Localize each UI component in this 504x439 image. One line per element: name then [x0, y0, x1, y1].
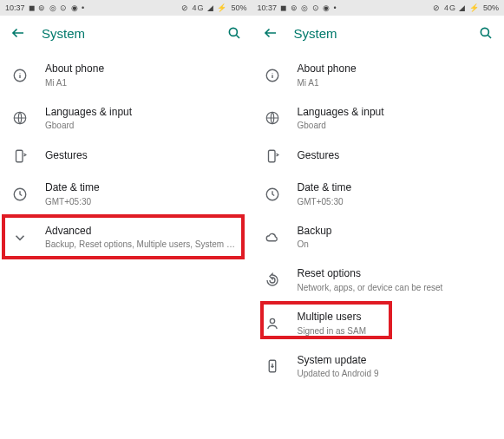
row-title: Reset options [298, 267, 493, 281]
svg-rect-8 [268, 150, 275, 162]
clock-icon [265, 187, 280, 202]
globe-icon [12, 110, 28, 126]
update-icon [265, 358, 280, 374]
row-subtitle: Mi A1 [45, 77, 240, 88]
back-icon[interactable] [10, 25, 26, 41]
row-advanced[interactable]: Advanced Backup, Reset options, Multiple… [0, 216, 252, 259]
status-time: 10:37 [5, 3, 25, 12]
row-subtitle: Network, apps, or device can be reset [298, 282, 493, 293]
row-title: System update [298, 354, 493, 368]
row-multiple-users[interactable]: Multiple users Signed in as SAM [252, 302, 505, 345]
row-gestures[interactable]: Gestures [252, 140, 505, 173]
row-title: Backup [298, 225, 493, 239]
row-subtitle: Gboard [45, 120, 240, 131]
search-icon[interactable] [478, 25, 494, 41]
status-signal-icons: ⊘ 4G ◢ ⚡ [433, 3, 480, 12]
row-languages[interactable]: Languages & input Gboard [252, 97, 505, 141]
row-backup[interactable]: Backup On [252, 216, 505, 259]
screen-right: 10:37 ◼ ⊚ ◎ ⊙ ◉ • ⊘ 4G ◢ ⚡ 50% System Ab… [252, 0, 505, 439]
settings-list: About phone Mi A1 Languages & input Gboa… [0, 50, 252, 262]
row-date-time[interactable]: Date & time GMT+05:30 [252, 173, 505, 216]
status-notif-icons: ◼ ⊚ ◎ ⊙ ◉ • [280, 3, 337, 12]
row-title: Languages & input [298, 106, 493, 120]
back-icon[interactable] [263, 25, 278, 41]
row-title: Date & time [45, 181, 240, 195]
row-reset[interactable]: Reset options Network, apps, or device c… [252, 259, 505, 302]
gesture-icon [12, 148, 28, 164]
settings-list: About phone Mi A1 Languages & input Gboa… [252, 50, 505, 391]
status-notif-icons: ◼ ⊚ ◎ ⊙ ◉ • [29, 3, 86, 12]
row-system-update[interactable]: System update Updated to Android 9 [252, 345, 505, 389]
info-icon [12, 68, 28, 83]
status-bar: 10:37 ◼ ⊚ ◎ ⊙ ◉ • ⊘ 4G ◢ ⚡ 50% [252, 0, 505, 16]
cloud-icon [265, 230, 280, 246]
gesture-icon [265, 148, 280, 164]
page-title: System [42, 26, 211, 41]
status-battery: 50% [483, 3, 499, 12]
row-title: Advanced [45, 225, 240, 239]
search-icon[interactable] [226, 25, 242, 41]
page-title: System [294, 26, 463, 41]
svg-point-0 [229, 28, 237, 36]
row-about-phone[interactable]: About phone Mi A1 [0, 54, 252, 97]
row-gestures[interactable]: Gestures [0, 140, 252, 173]
row-languages[interactable]: Languages & input Gboard [0, 97, 252, 141]
info-icon [265, 68, 280, 83]
row-subtitle: GMT+05:30 [45, 196, 240, 207]
app-bar: System [0, 16, 252, 50]
row-title: Gestures [45, 149, 240, 163]
status-battery: 50% [231, 3, 246, 12]
row-subtitle: Signed in as SAM [298, 325, 493, 337]
user-icon [265, 316, 280, 331]
row-subtitle: Backup, Reset options, Multiple users, S… [45, 239, 240, 250]
screen-left: 10:37 ◼ ⊚ ◎ ⊙ ◉ • ⊘ 4G ◢ ⚡ 50% System Ab… [0, 0, 252, 439]
row-title: Languages & input [45, 106, 240, 120]
row-title: Gestures [298, 149, 493, 163]
row-subtitle: GMT+05:30 [298, 196, 493, 207]
status-signal-icons: ⊘ 4G ◢ ⚡ [181, 3, 228, 12]
globe-icon [265, 110, 280, 126]
row-title: Multiple users [298, 311, 493, 324]
chevron-down-icon [12, 230, 28, 246]
row-title: About phone [45, 62, 240, 76]
row-subtitle: Gboard [298, 120, 493, 131]
reset-icon [265, 272, 280, 288]
svg-point-5 [481, 28, 488, 36]
status-bar: 10:37 ◼ ⊚ ◎ ⊙ ◉ • ⊘ 4G ◢ ⚡ 50% [0, 0, 252, 16]
app-bar: System [252, 16, 505, 50]
clock-icon [12, 187, 28, 202]
status-time: 10:37 [258, 3, 278, 12]
row-date-time[interactable]: Date & time GMT+05:30 [0, 173, 252, 216]
row-title: About phone [298, 62, 493, 76]
svg-point-10 [270, 318, 274, 323]
svg-rect-3 [16, 150, 23, 162]
row-subtitle: Mi A1 [298, 77, 493, 88]
row-subtitle: Updated to Android 9 [298, 368, 493, 379]
row-subtitle: On [298, 239, 493, 250]
row-title: Date & time [298, 181, 493, 195]
row-about-phone[interactable]: About phone Mi A1 [252, 54, 505, 97]
